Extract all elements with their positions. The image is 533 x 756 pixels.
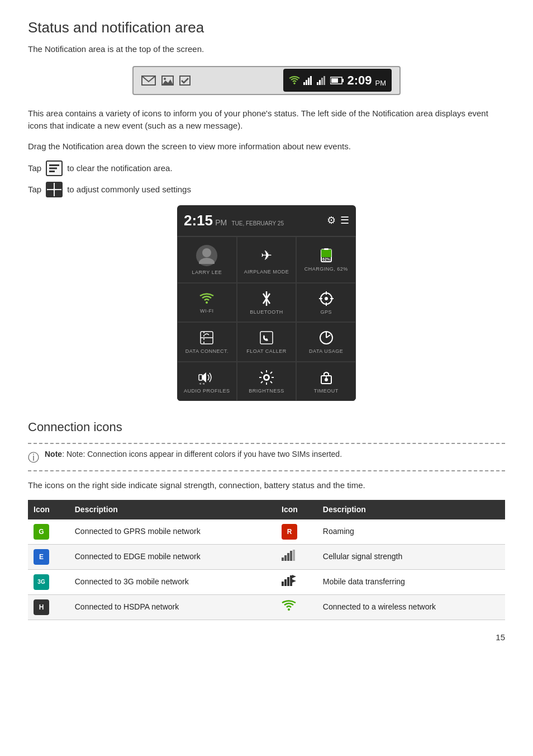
svg-rect-13 — [323, 76, 325, 85]
icon-cell-g: G — [28, 519, 69, 545]
qs-cell-label-gps: GPS — [320, 309, 332, 316]
bluetooth-icon — [261, 291, 272, 306]
icon-cell-h: H — [28, 594, 69, 620]
g-badge: G — [34, 524, 49, 540]
svg-rect-58 — [290, 551, 292, 561]
svg-point-20 — [202, 248, 211, 257]
qs-header-icons: ⚙ ☰ — [327, 213, 349, 228]
wifi-status-icon — [289, 75, 300, 86]
qs-cell-float[interactable]: FLOAT CALLER — [237, 322, 297, 362]
qs-menu-icon[interactable]: ☰ — [340, 213, 349, 228]
qs-cell-timeout[interactable]: TIMEOUT — [296, 362, 356, 401]
audio-profiles-icon: ◄◄ — [198, 370, 215, 385]
qs-cell-brightness[interactable]: BRIGHTNESS — [237, 362, 297, 401]
qs-cell-label-airplane: AIRPLANE MODE — [244, 268, 289, 276]
body-paragraph-2: Drag the Notification area down the scre… — [28, 140, 505, 153]
signal-bars-2-icon — [317, 76, 327, 85]
status-bar-illustration: 2:09 PM — [28, 66, 505, 95]
desc-cell-roaming: Roaming — [317, 519, 505, 545]
svg-text:62%: 62% — [322, 257, 331, 261]
svg-rect-55 — [282, 557, 284, 561]
svg-rect-40 — [199, 375, 202, 380]
svg-rect-8 — [308, 78, 310, 85]
note-box: ⓘ Note: Note: Connection icons appear in… — [28, 443, 505, 471]
svg-rect-36 — [260, 332, 273, 344]
tap-label-1: Tap — [28, 162, 41, 175]
qs-cell-label-usage: DATA USAGE — [309, 348, 343, 356]
svg-point-26 — [206, 301, 208, 304]
svg-rect-4 — [180, 76, 190, 85]
tap-label-2: Tap — [28, 183, 41, 196]
settings-grid-icon — [46, 182, 63, 197]
svg-rect-56 — [284, 555, 287, 561]
table-header-icon2: Icon — [276, 500, 317, 519]
svg-line-48 — [270, 381, 272, 383]
table-header-desc1: Description — [69, 500, 276, 519]
svg-marker-65 — [292, 579, 296, 583]
qs-cell-data[interactable]: DATA CONNECT. — [177, 322, 237, 362]
charging-icon: 62% — [320, 248, 333, 263]
qs-cell-gps[interactable]: GPS — [296, 283, 356, 323]
data-transfer-icon — [282, 575, 296, 586]
icon-cell-3g: 3G — [28, 569, 69, 594]
qs-header: 2:15 PM TUE, FEBRUARY 25 ⚙ ☰ — [177, 205, 356, 237]
svg-rect-12 — [321, 78, 323, 85]
svg-rect-63 — [290, 575, 292, 586]
svg-marker-64 — [292, 575, 296, 578]
qs-cell-usage[interactable]: DATA USAGE — [296, 322, 356, 362]
body-paragraph-1: This area contains a variety of icons to… — [28, 107, 505, 133]
timeout-icon — [320, 370, 333, 385]
qs-cell-label-wifi: WI-FI — [200, 308, 214, 315]
svg-rect-62 — [287, 577, 289, 586]
tap-row-settings: Tap to adjust commonly used settings — [28, 182, 505, 197]
r-badge: R — [282, 524, 297, 540]
page-title: Status and notification area — [28, 17, 505, 39]
qs-cell-user[interactable]: LARRY LEE — [177, 237, 237, 283]
desc-cell-edge: Connected to EDGE mobile network — [69, 544, 276, 569]
svg-marker-2 — [162, 79, 173, 85]
icon-cell-wifi-table — [276, 594, 317, 620]
connection-icons-table: Icon Description Icon Description G Conn… — [28, 500, 505, 620]
svg-rect-23 — [321, 249, 331, 257]
svg-point-51 — [265, 376, 268, 379]
desc-cell-3g: Connected to 3G mobile network — [69, 569, 276, 594]
grid-icon-inner — [47, 182, 61, 197]
tap-text-2: to adjust commonly used settings — [67, 183, 191, 196]
qs-cell-label-data: DATA CONNECT. — [185, 348, 229, 356]
page-number: 15 — [28, 631, 505, 644]
svg-rect-6 — [303, 82, 305, 85]
svg-point-33 — [325, 297, 328, 300]
qs-avatar — [196, 245, 217, 266]
svg-line-50 — [261, 381, 263, 383]
icon-cell-signal — [276, 544, 317, 569]
clear-notification-icon — [46, 160, 63, 176]
svg-text:◄◄: ◄◄ — [198, 382, 205, 385]
qs-time-display: 2:15 PM TUE, FEBRUARY 25 — [184, 210, 284, 231]
icon-cell-data-transfer — [276, 569, 317, 594]
status-bar: 2:09 PM — [132, 66, 401, 95]
airplane-mode-icon: ✈ — [261, 245, 272, 266]
qs-grid: LARRY LEE ✈ AIRPLANE MODE 62% CHARGING, … — [177, 237, 356, 401]
status-ampm: PM — [375, 78, 387, 89]
tap-row-clear: Tap to clear the notification area. — [28, 160, 505, 176]
desc-cell-gprs: Connected to GPRS mobile network — [69, 519, 276, 545]
svg-point-66 — [288, 608, 290, 611]
wifi-qs-icon — [199, 292, 215, 305]
brightness-icon — [259, 370, 274, 385]
table-header-icon1: Icon — [28, 500, 69, 519]
qs-cell-label-bluetooth: BLUETOOTH — [250, 309, 283, 316]
qs-cell-label-timeout: TIMEOUT — [314, 388, 339, 395]
svg-point-53 — [325, 378, 328, 381]
qs-cell-audio[interactable]: ◄◄ AUDIO PROFILES — [177, 362, 237, 401]
table-row: 3G Connected to 3G mobile network Mobile… — [28, 569, 505, 594]
svg-rect-15 — [342, 79, 344, 82]
qs-settings-icon[interactable]: ⚙ — [327, 213, 336, 228]
gps-icon — [319, 291, 334, 306]
float-caller-icon — [259, 330, 274, 345]
qs-cell-bluetooth[interactable]: BLUETOOTH — [237, 283, 297, 323]
table-row: H Connected to HSDPA network Connected t… — [28, 594, 505, 620]
note-icon: ⓘ — [28, 449, 39, 466]
qs-cell-wifi[interactable]: WI-FI — [177, 283, 237, 323]
qs-cell-airplane[interactable]: ✈ AIRPLANE MODE — [237, 237, 297, 283]
qs-cell-charging[interactable]: 62% CHARGING, 62% — [296, 237, 356, 283]
